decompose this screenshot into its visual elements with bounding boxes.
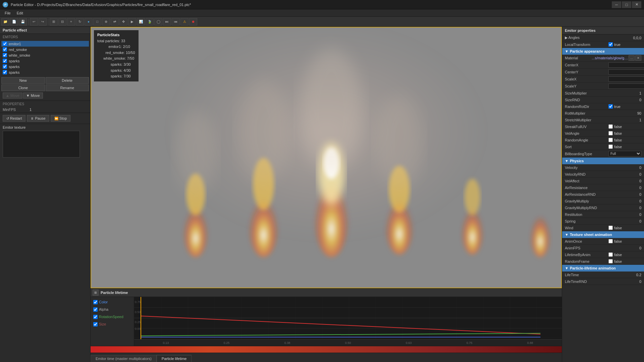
minimize-button[interactable]: ─ xyxy=(612,1,621,8)
velangle-cell: false xyxy=(608,131,622,135)
toolbar-undo[interactable]: ↩ xyxy=(30,18,38,25)
toolbar-play[interactable]: ▶ xyxy=(128,18,136,25)
toolbar-circle2[interactable]: ◯ xyxy=(154,18,162,25)
toolbar-skip[interactable]: ⏭ xyxy=(163,18,171,25)
color-gradient-bar xyxy=(91,346,562,353)
gravitymultiply-label: GravityMultiply xyxy=(565,199,608,203)
sort-checkbox[interactable] xyxy=(608,144,613,149)
track-grid-icon[interactable]: ⊞ xyxy=(93,290,99,296)
centery-input[interactable] xyxy=(608,69,644,75)
sizernd-label: SizeRND xyxy=(565,98,608,102)
billboarding-select[interactable]: Full Vertical Horizontal xyxy=(608,151,641,157)
stats-line-1: total particles: 33 xyxy=(97,38,135,44)
maximize-button[interactable]: □ xyxy=(622,1,631,8)
toolbar-chart[interactable]: 📊 xyxy=(137,18,145,25)
delete-button[interactable]: Delete xyxy=(46,77,89,84)
material-clear-button[interactable]: ✕ xyxy=(635,55,641,61)
toolbar-new[interactable]: 📄 xyxy=(10,18,18,25)
velangle-checkbox[interactable] xyxy=(608,131,613,135)
emitor-row[interactable]: sparks xyxy=(1,64,89,69)
streakfulluv-checkbox[interactable] xyxy=(608,124,613,129)
toolbar-camera[interactable]: ⊕ xyxy=(102,18,110,25)
move-up-button[interactable]: ▲ Move xyxy=(3,93,22,99)
track-size-checkbox[interactable] xyxy=(93,322,98,326)
toolbar-arrows[interactable]: ⇄ xyxy=(111,18,119,25)
tab-emitor-time[interactable]: Emitor time (master multiplicators) xyxy=(91,355,157,362)
playback-controls: ↺ Restart ⏸ Pause ⏩ Stop xyxy=(0,113,90,124)
centerx-input[interactable] xyxy=(608,62,644,68)
minfps-value: 1 xyxy=(30,108,32,112)
toolbar-add[interactable]: + xyxy=(67,18,75,25)
emitor-checkbox-1[interactable] xyxy=(3,42,7,46)
toolbar-4grid[interactable]: ⊟ xyxy=(58,18,66,25)
emitor-checkbox-4[interactable] xyxy=(3,59,7,63)
tab-particle-lifetime[interactable]: Particle lifetime xyxy=(157,355,192,362)
emitor-row[interactable]: red_smoke xyxy=(1,47,89,52)
toolbar-open[interactable]: 📁 xyxy=(1,18,9,25)
wind-cell: false xyxy=(608,226,622,230)
velaffect-row: VelAffect 0 xyxy=(562,178,644,184)
toolbar-warn[interactable]: ⚠ xyxy=(180,18,189,25)
toolbar-prev[interactable]: ⏮ xyxy=(172,18,180,25)
track-rotation-checkbox[interactable] xyxy=(93,315,98,319)
toolbar-move[interactable]: ✥ xyxy=(119,18,127,25)
material-browse-button[interactable]: … xyxy=(629,55,635,61)
emitor-row[interactable]: white_smoke xyxy=(1,52,89,58)
move-down-button[interactable]: ▼ Move xyxy=(23,93,43,99)
gravitymultiply-value: 0 xyxy=(608,199,641,203)
randomangle-checkbox[interactable] xyxy=(608,138,613,142)
billboarding-row: BillboardingType Full Vertical Horizonta… xyxy=(562,150,644,158)
track-color-checkbox[interactable] xyxy=(93,300,98,304)
angles-value: 0,0,0 xyxy=(608,36,641,40)
clone-button[interactable]: Clone xyxy=(1,84,45,91)
velaffect-value: 0 xyxy=(608,179,641,183)
stop-button[interactable]: ⏩ Stop xyxy=(51,115,71,122)
lifetimernd-value: 0 xyxy=(608,280,641,284)
velaffect-label: VelAffect xyxy=(565,179,608,183)
emitor-row[interactable]: sparks xyxy=(1,58,89,64)
menu-edit[interactable]: Edit xyxy=(14,10,26,16)
local-transform-checkbox[interactable] xyxy=(608,42,613,47)
track-alpha-checkbox[interactable] xyxy=(93,307,98,312)
emitor-list: emitor1 red_smoke white_smoke sparks spa… xyxy=(0,40,90,76)
lifetimebyanim-checkbox[interactable] xyxy=(608,252,613,257)
animonce-checkbox[interactable] xyxy=(608,239,613,243)
toolbar-save[interactable]: 💾 xyxy=(19,18,27,25)
section-physics[interactable]: ▼ Physics xyxy=(562,158,644,164)
airresistancernd-value: 0 xyxy=(608,192,641,196)
new-button[interactable]: New xyxy=(1,77,45,84)
rename-button[interactable]: Rename xyxy=(46,84,89,91)
emitor-row[interactable]: emitor1 xyxy=(1,41,89,47)
emitor-checkbox-6[interactable] xyxy=(3,70,7,74)
section-texture-sheet[interactable]: ▼ Texture sheet animation xyxy=(562,231,644,238)
velocityrnd-label: VelocityRND xyxy=(565,172,608,176)
emitor-checkbox-2[interactable] xyxy=(3,47,7,52)
wind-checkbox[interactable] xyxy=(608,226,613,230)
close-button[interactable]: ✕ xyxy=(632,1,641,8)
randomrotdir-label: RandomRotDir xyxy=(565,105,608,109)
emitor-row[interactable]: sparks xyxy=(1,69,89,75)
toolbar-redo[interactable]: ↪ xyxy=(39,18,47,25)
toolbar-circle[interactable]: ● xyxy=(85,18,93,25)
toolbar-refresh[interactable]: ↻ xyxy=(76,18,84,25)
menu-file[interactable]: File xyxy=(2,10,13,16)
toolbar-record[interactable]: ⏺ xyxy=(189,18,197,25)
section-particle-lifetime-anim[interactable]: ▼ Particle-lifetime animation xyxy=(562,265,644,272)
pause-button[interactable]: ⏸ Pause xyxy=(27,115,49,122)
toolbar-leaf[interactable]: 🍃 xyxy=(146,18,154,25)
scalex-input[interactable] xyxy=(608,76,644,82)
local-transform-value: true xyxy=(614,43,621,47)
toolbar-square[interactable]: □ xyxy=(93,18,101,25)
svg-point-16 xyxy=(376,95,423,189)
bottom-header-label: Particle lifetime xyxy=(101,291,128,295)
flame-svg xyxy=(91,27,561,283)
randomrotdir-checkbox[interactable] xyxy=(608,104,613,109)
emitor-checkbox-5[interactable] xyxy=(3,64,7,69)
restart-button[interactable]: ↺ Restart xyxy=(3,115,25,122)
toolbar-grid[interactable]: ⊞ xyxy=(50,18,58,25)
randomframe-checkbox[interactable] xyxy=(608,259,613,263)
section-label: Particle appearance xyxy=(570,49,605,53)
section-particle-appearance[interactable]: ▼ Particle appearance xyxy=(562,48,644,55)
scaley-input[interactable] xyxy=(608,83,644,89)
emitor-checkbox-3[interactable] xyxy=(3,53,7,57)
